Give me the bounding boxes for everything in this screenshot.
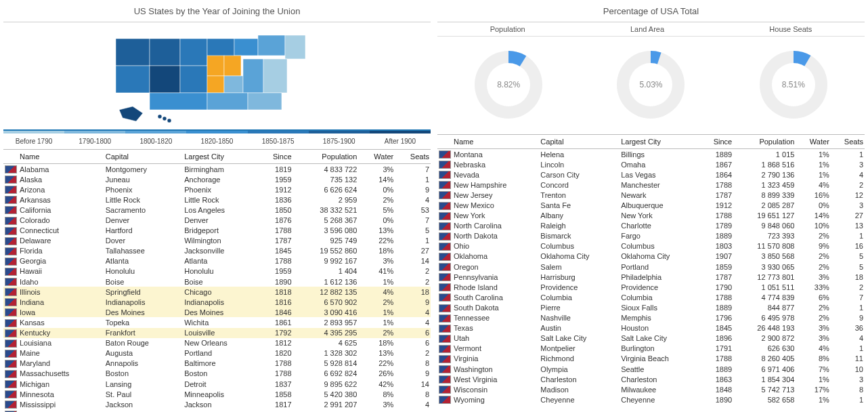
legend-item[interactable]: Before 1790: [3, 131, 64, 149]
state-row[interactable]: MaineAugustaPortland 18201 328 30213%2: [3, 348, 431, 358]
svg-rect-8: [150, 66, 180, 93]
state-row[interactable]: New JerseyTrentonNewark 17878 899 33916%…: [437, 190, 865, 200]
flag-icon: [5, 186, 17, 194]
svg-rect-14: [243, 59, 263, 93]
flag-icon: [5, 390, 17, 398]
us-map[interactable]: [3, 25, 431, 127]
state-row[interactable]: DelawareDoverWilmington 1787925 74922%1: [3, 236, 431, 246]
state-row[interactable]: NebraskaLincolnOmaha 18671 868 5161%3: [437, 159, 865, 169]
flag-icon: [5, 268, 17, 276]
donut-house-seats[interactable]: 8.51%: [750, 41, 838, 129]
flag-icon: [439, 345, 451, 353]
state-row[interactable]: GeorgiaAtlantaAtlanta 17889 992 1673%14: [3, 256, 431, 266]
state-row[interactable]: OklahomaOklahoma CityOklahoma City 19073…: [437, 251, 865, 262]
state-row[interactable]: TennesseeNashvilleMemphis 17966 495 9782…: [437, 313, 865, 323]
flag-icon: [439, 314, 451, 323]
state-row[interactable]: IowaDes MoinesDes Moines 18463 090 4161%…: [3, 307, 431, 317]
legend-item[interactable]: 1800-1820: [125, 131, 186, 149]
state-row[interactable]: WisconsinMadisonMilwaukee 18485 742 7131…: [437, 384, 865, 394]
donut-population[interactable]: 8.82%: [464, 41, 552, 129]
state-row[interactable]: AlaskaJuneauAnchorage 1959735 13214%1: [3, 174, 431, 184]
svg-rect-6: [285, 35, 305, 59]
flag-icon: [439, 304, 451, 312]
state-row[interactable]: South DakotaPierreSioux Falls 1889844 87…: [437, 302, 865, 312]
svg-rect-17: [207, 93, 248, 110]
state-row[interactable]: AlabamaMontgomeryBirmingham 18194 833 72…: [3, 164, 431, 175]
state-row[interactable]: HawaiiHonoluluHonolulu 19591 40441%2: [3, 266, 431, 276]
flag-icon: [439, 365, 451, 373]
svg-rect-13: [224, 76, 243, 93]
donut-header: House Seats: [769, 25, 812, 33]
svg-point-19: [158, 115, 162, 119]
legend-item[interactable]: 1875-1900: [309, 131, 370, 149]
flag-icon: [5, 196, 17, 204]
legend-item[interactable]: 1850-1875: [248, 131, 309, 149]
flag-icon: [439, 202, 451, 210]
legend-item[interactable]: After 1900: [370, 131, 431, 149]
donut-charts[interactable]: 8.82% 5.03% 8.51%: [437, 41, 865, 129]
state-row[interactable]: VirginiaRichmondVirginia Beach 17888 260…: [437, 354, 865, 364]
state-row[interactable]: FloridaTallahasseeJacksonville 184519 55…: [3, 246, 431, 256]
state-row[interactable]: VermontMontpelierBurlington 1791626 6304…: [437, 344, 865, 354]
flag-icon: [5, 247, 17, 255]
flag-icon: [439, 243, 451, 251]
svg-rect-18: [248, 93, 282, 110]
state-row[interactable]: NevadaCarson CityLas Vegas 18642 790 136…: [437, 169, 865, 180]
state-row[interactable]: UtahSalt Lake CitySalt Lake City 18962 9…: [437, 333, 865, 344]
state-row[interactable]: MissouriJefferson CityKansas City 18216 …: [3, 409, 431, 412]
svg-rect-7: [116, 66, 150, 93]
flag-icon: [439, 263, 451, 271]
state-row[interactable]: MississippiJacksonJackson 18172 991 2073…: [3, 399, 431, 409]
flag-icon: [439, 293, 451, 302]
svg-point-20: [162, 117, 167, 121]
donut-land-area[interactable]: 5.03%: [607, 41, 695, 129]
state-row[interactable]: IllinoisSpringfieldChicago 181812 882 13…: [3, 287, 431, 297]
state-row[interactable]: MarylandAnnapolisBaltimore 17885 928 814…: [3, 358, 431, 369]
state-row[interactable]: IndianaIndianapolisIndianapolis 18166 57…: [3, 297, 431, 307]
flag-icon: [439, 161, 451, 169]
state-row[interactable]: ConnecticutHartfordBridgeport 17883 596 …: [3, 226, 431, 236]
flag-icon: [439, 273, 451, 281]
state-row[interactable]: New HampshireConcordManchester 17881 323…: [437, 180, 865, 190]
state-row[interactable]: WyomingCheyenneCheyenne 1890582 6581%1: [437, 394, 865, 405]
svg-rect-0: [116, 39, 150, 66]
state-row[interactable]: TexasAustinHouston 184526 448 1933%36: [437, 323, 865, 333]
state-row[interactable]: KentuckyFrankfortLouisville 17924 395 29…: [3, 328, 431, 338]
state-row[interactable]: KansasTopekaWichita 18612 893 9571%4: [3, 317, 431, 327]
state-row[interactable]: ColoradoDenverDenver 18765 268 3670%7: [3, 215, 431, 225]
state-row[interactable]: WashingtonOlympiaSeattle 18896 971 4067%…: [437, 364, 865, 374]
state-row[interactable]: PennsylvaniaHarrisburgPhiladelphia 17871…: [437, 272, 865, 282]
svg-rect-5: [258, 35, 285, 56]
state-row[interactable]: North CarolinaRaleighCharlotte 17899 848…: [437, 221, 865, 231]
flag-icon: [439, 171, 451, 179]
legend-item[interactable]: 1820-1850: [186, 131, 247, 149]
flag-icon: [5, 217, 17, 225]
svg-rect-11: [224, 56, 241, 76]
state-row[interactable]: ArizonaPhoenixPhoenix 19126 626 6240%9: [3, 184, 431, 194]
state-row[interactable]: MichiganLansingDetroit 18379 895 62242%1…: [3, 379, 431, 389]
state-row[interactable]: New MexicoSanta FeAlbuquerque 19122 085 …: [437, 200, 865, 210]
svg-rect-4: [234, 39, 258, 56]
flag-icon: [5, 258, 17, 266]
state-row[interactable]: North DakotaBismarckFargo 1889723 3932%1: [437, 231, 865, 241]
state-row[interactable]: MinnesotaSt. PaulMinneapolis 18585 420 3…: [3, 389, 431, 399]
states-table-right: NameCapitalLargest CitySincePopulationWa…: [437, 134, 865, 405]
flag-icon: [5, 165, 17, 173]
state-row[interactable]: ArkansasLittle RockLittle Rock 18362 959…: [3, 194, 431, 205]
state-row[interactable]: CaliforniaSacramentoLos Angeles 185038 3…: [3, 205, 431, 215]
state-row[interactable]: MontanaHelenaBillings 18891 0151%1: [437, 149, 865, 160]
state-row[interactable]: New YorkAlbanyNew York 178819 651 12714%…: [437, 211, 865, 221]
state-row[interactable]: OhioColumbusColumbus 180311 570 8089%16: [437, 241, 865, 251]
state-row[interactable]: South CarolinaColumbiaColumbia 17884 774…: [437, 292, 865, 302]
state-row[interactable]: MassachusettsBostonBoston 17886 692 8242…: [3, 369, 431, 379]
flag-icon: [439, 150, 451, 159]
donut-header: Population: [490, 25, 525, 33]
state-row[interactable]: IdahoBoiseBoise 18901 612 1361%2: [3, 276, 431, 287]
state-row[interactable]: OregonSalemPortland 18593 930 0652%5: [437, 262, 865, 272]
flag-icon: [439, 212, 451, 220]
state-row[interactable]: LouisianaBaton RougeNew Orleans 18124 62…: [3, 338, 431, 348]
donut-center-label: 8.82%: [497, 80, 520, 89]
state-row[interactable]: West VirginiaCharlestonCharleston 18631 …: [437, 374, 865, 384]
legend-item[interactable]: 1790-1800: [64, 131, 125, 149]
state-row[interactable]: Rhode IslandProvidenceProvidence 17901 0…: [437, 282, 865, 292]
